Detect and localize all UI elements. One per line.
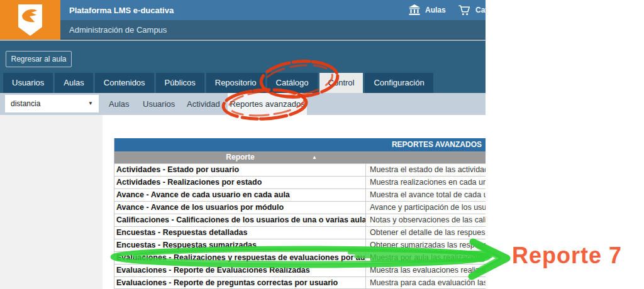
- tab-configuracion[interactable]: Configuración: [365, 73, 433, 93]
- left-background-panel: [0, 115, 103, 289]
- report-description: Avance y participación de los usuar: [366, 202, 486, 214]
- shield-bird-logo-icon: [16, 3, 45, 37]
- report-description: Muestra el estado de las actividades: [366, 164, 486, 176]
- report-description: Obtener el detalle de las respuestas: [366, 227, 486, 239]
- tab-repositorio[interactable]: Repositorio: [206, 73, 265, 93]
- tab-usuarios[interactable]: Usuarios: [3, 73, 53, 93]
- reporte-7-callout-label: Reporte 7: [512, 243, 622, 269]
- table-column-header-row: Reporte ▲: [114, 151, 486, 163]
- column-header-reporte[interactable]: Reporte: [114, 151, 366, 163]
- table-row[interactable]: Avance - Avance de los usuarios por módu…: [114, 201, 486, 214]
- page-subtitle: Administración de Campus: [69, 25, 167, 35]
- report-description: Obtener sumarizadas las respuestas: [366, 239, 486, 251]
- report-description: Muestra las evaluaciones realizadas: [366, 264, 486, 276]
- table-row[interactable]: Actividades - Realizaciones por estado M…: [114, 176, 486, 188]
- campus-admin-bar: Administración de Campus: [0, 20, 486, 39]
- aula-filter-select[interactable]: distancia ▼: [5, 95, 99, 112]
- tab-contenidos[interactable]: Contenidos: [95, 73, 154, 93]
- table-row[interactable]: Actividades - Estado por usuario Muestra…: [114, 163, 486, 176]
- table-row[interactable]: Encuestas - Respuestas sumarizadas Obten…: [114, 239, 486, 251]
- logo[interactable]: [0, 0, 60, 40]
- report-description: Muestra el avance total de cada usu: [366, 189, 486, 201]
- subtab-reportes-avanzados[interactable]: Reportes avanzados: [228, 93, 307, 115]
- table-row[interactable]: Avance - Avance de cada usuario en cada …: [114, 188, 486, 201]
- tab-publicos[interactable]: Públicos: [156, 73, 204, 93]
- header-menu-catalogo[interactable]: Cat: [458, 0, 487, 20]
- cart-icon: [458, 4, 471, 16]
- report-name[interactable]: Avance - Avance de cada usuario en cada …: [114, 189, 366, 201]
- table-title: REPORTES AVANZADOS: [114, 138, 486, 151]
- report-description: Notas y observaciones de las califica: [366, 214, 486, 226]
- main-tab-bar: Usuarios Aulas Contenidos Públicos Repos…: [3, 73, 433, 93]
- report-name[interactable]: Actividades - Estado por usuario: [114, 164, 366, 176]
- report-description: Muestra realizaciones en cada uno: [366, 177, 486, 188]
- screenshot-root: Plataforma LMS e-ducativa Aulas: [0, 0, 644, 289]
- table-row[interactable]: Encuestas - Respuestas detalladas Obtene…: [114, 226, 486, 239]
- sort-asc-triangle-icon[interactable]: ▲: [312, 151, 317, 163]
- tab-catalogo[interactable]: Catálogo: [267, 73, 318, 93]
- report-name[interactable]: Avance - Avance de los usuarios por módu…: [114, 202, 366, 214]
- header-menu-aulas[interactable]: Aulas: [408, 0, 446, 20]
- report-description: Muestra para cada evaluación las re: [366, 277, 486, 288]
- table-row-reporte-7[interactable]: Evaluaciones - Realizaciones y respuesta…: [114, 251, 486, 264]
- report-name[interactable]: Evaluaciones - Reporte de preguntas corr…: [114, 277, 366, 288]
- tab-aulas[interactable]: Aulas: [55, 73, 93, 93]
- reports-table: REPORTES AVANZADOS Reporte ▲ Actividades…: [114, 138, 486, 289]
- report-name[interactable]: Calificaciones - Calificaciones de los u…: [114, 214, 366, 226]
- report-name[interactable]: Evaluaciones - Realizaciones y respuesta…: [114, 252, 366, 264]
- back-to-classroom-button[interactable]: Regresar al aula: [6, 51, 72, 67]
- subtab-usuarios[interactable]: Usuarios: [143, 93, 175, 115]
- aula-filter-value: distancia: [11, 99, 40, 108]
- report-name[interactable]: Actividades - Realizaciones por estado: [114, 177, 366, 188]
- top-header-bar: Plataforma LMS e-ducativa Aulas: [0, 0, 486, 20]
- tab-control[interactable]: Control: [319, 73, 364, 93]
- control-sub-bar: distancia ▼ Aulas Usuarios Actividad Rep…: [0, 93, 486, 115]
- bank-icon: [408, 4, 421, 16]
- report-name[interactable]: Evaluaciones - Reporte de Evaluaciones R…: [114, 264, 366, 276]
- table-row[interactable]: Evaluaciones - Reporte de Evaluaciones R…: [114, 264, 486, 276]
- admin-nav-zone: Regresar al aula Usuarios Aulas Contenid…: [0, 41, 486, 93]
- header-menu-catalogo-label: Cat: [475, 6, 487, 14]
- caret-down-icon: ▼: [88, 95, 93, 112]
- subtab-aulas[interactable]: Aulas: [109, 93, 130, 115]
- report-name[interactable]: Encuestas - Respuestas detalladas: [114, 227, 366, 239]
- table-row[interactable]: Evaluaciones - Reporte de preguntas corr…: [114, 276, 486, 289]
- subtab-actividad[interactable]: Actividad: [187, 93, 220, 115]
- report-name[interactable]: Encuestas - Respuestas sumarizadas: [114, 239, 366, 251]
- header-menu-aulas-label: Aulas: [425, 6, 446, 14]
- report-description: Muestra por aula las realizaciones y: [366, 252, 486, 264]
- table-row[interactable]: Calificaciones - Calificaciones de los u…: [114, 214, 486, 226]
- app-title: Plataforma LMS e-ducativa: [69, 6, 174, 15]
